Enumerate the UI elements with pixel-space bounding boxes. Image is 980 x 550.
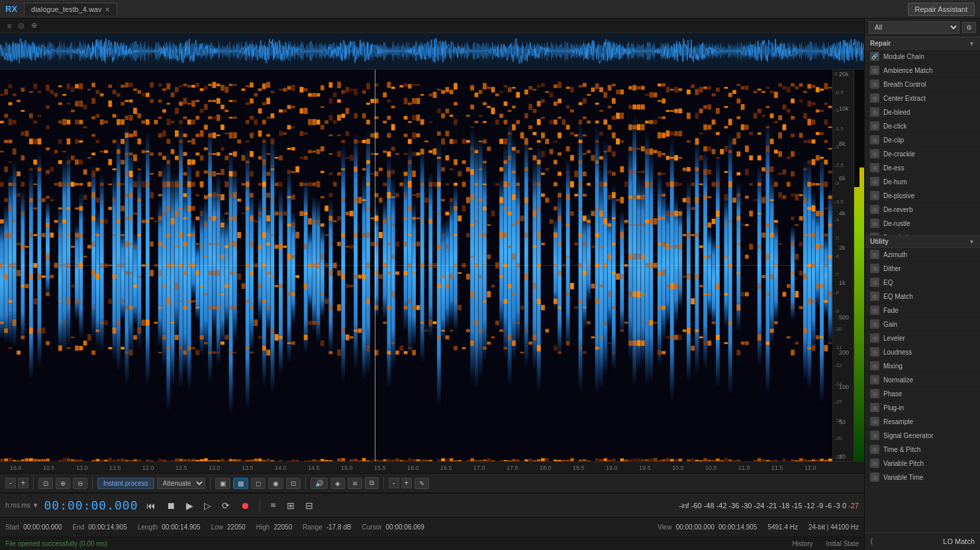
status-bar: File opened successfully (0.00 ms) Histo… (0, 537, 864, 550)
toolbar-magic-wand-btn[interactable]: ⊡ (286, 478, 301, 489)
de-clip-icon: ◎ (870, 135, 879, 144)
module-azimuth[interactable]: ◎ Azimuth (865, 248, 980, 262)
expand-collapse-btn[interactable]: ⟨ (870, 537, 873, 546)
toolbar-spectrogram-btn[interactable]: ◈ (330, 478, 345, 489)
toolbar-sep-2 (92, 477, 93, 489)
toolbar-lasso-btn[interactable]: ◉ (268, 478, 283, 489)
de-bleed-icon: ◎ (870, 107, 879, 117)
de-reverb-label: De-reverb (883, 206, 912, 213)
module-signal-generator[interactable]: ◎ Signal Generator (865, 429, 980, 443)
file-status: File opened successfully (0.00 ms) (5, 540, 107, 547)
center-extract-icon: ◎ (870, 93, 879, 103)
waveform-tool-2[interactable]: ◎ (16, 21, 26, 30)
toolbar-btn-zoom-in[interactable]: ⊕ (56, 478, 70, 489)
play-button[interactable]: ▶ (183, 499, 196, 512)
module-de-bleed[interactable]: ◎ De-bleed (865, 105, 980, 119)
stat-high: High 22050 (256, 523, 292, 531)
module-de-rustle[interactable]: ◎ De-rustle (865, 217, 980, 231)
module-fade[interactable]: ◎ Fade (865, 303, 980, 317)
play-selection-button[interactable]: ▷ (201, 499, 214, 512)
zoom-in-vertical[interactable]: + (401, 478, 412, 488)
module-eq[interactable]: ◎ EQ (865, 276, 980, 290)
transport-bar: h:ms.ms ▼ 00:00:00.000 ⏮ ⏹ ▶ ▷ ⟳ ⏺ ≋ ⊞ ⊟… (0, 493, 864, 517)
module-ambience-match[interactable]: ◎ Ambience Match (865, 64, 980, 78)
spectrogram-wrapper[interactable] (0, 70, 832, 461)
timecode-format[interactable]: h:ms.ms ▼ (5, 502, 38, 509)
module-de-crackle[interactable]: ◎ De-crackle (865, 147, 980, 161)
module-resample[interactable]: ◎ Resample (865, 415, 980, 429)
waveform-view-btn[interactable]: ≋ (268, 500, 279, 511)
module-de-click[interactable]: ◎ De-click (865, 119, 980, 133)
module-de-plosive[interactable]: ◎ De-plosive (865, 189, 980, 203)
module-phase[interactable]: ◎ Phase (865, 387, 980, 401)
go-to-start-button[interactable]: ⏮ (144, 499, 158, 512)
zoom-out-vertical[interactable]: - (389, 478, 399, 488)
instant-process-button[interactable]: Instant process (97, 478, 154, 489)
variable-time-label: Variable Time (883, 474, 923, 481)
toolbar-waveform-btn[interactable]: ≋ (348, 478, 362, 489)
module-mixing[interactable]: ◎ Mixing (865, 359, 980, 373)
zoom-out-horizontal[interactable]: - (5, 478, 16, 488)
module-time-pitch[interactable]: ◎ Time & Pitch (865, 443, 980, 457)
utility-module-list: ◎ Azimuth ◎ Dither ◎ EQ ◎ EQ Match ◎ F (865, 248, 980, 532)
module-plug-in[interactable]: ◎ Plug-in (865, 401, 980, 415)
waveform-tool-3[interactable]: ⊕ (29, 21, 39, 30)
repair-assistant-button[interactable]: Repair Assistant (908, 3, 975, 16)
module-loudness[interactable]: ◎ Loudness (865, 345, 980, 359)
loop-button[interactable]: ⟳ (219, 499, 232, 512)
module-breath-control[interactable]: ◎ Breath Control (865, 78, 980, 91)
toolbar-listen-btn[interactable]: 🔊 (311, 478, 328, 489)
module-chain-label: Module Chain (883, 53, 924, 60)
normalize-icon: ◎ (870, 375, 879, 384)
toolbar-btn-zoom-out[interactable]: ⊖ (73, 478, 87, 489)
module-de-clip[interactable]: ◎ De-clip (865, 133, 980, 147)
toolbar-snap-btn[interactable]: ⧉ (365, 477, 379, 489)
module-eq-match[interactable]: ◎ EQ Match (865, 290, 980, 303)
eq-match-label: EQ Match (883, 293, 912, 300)
waveform-display[interactable] (0, 33, 864, 70)
file-tab[interactable]: dialogue_testb_4.wav ✕ (24, 3, 117, 15)
spectrogram-view-btn[interactable]: ⊞ (284, 499, 297, 512)
module-leveler[interactable]: ◎ Leveler (865, 331, 980, 345)
main-toolbar: - + ⊡ ⊕ ⊖ Instant process Attenuate ▣ ▩ … (0, 473, 864, 493)
module-chain-item[interactable]: 🔗 Module Chain (865, 50, 980, 64)
combined-view-btn[interactable]: ⊟ (303, 499, 316, 512)
repair-section-header[interactable]: Repair ▼ (865, 37, 980, 50)
leveler-icon: ◎ (870, 333, 879, 343)
history-label: History (792, 540, 812, 547)
phase-label: Phase (883, 390, 902, 398)
module-de-ess[interactable]: ◎ De-ess (865, 161, 980, 175)
module-filter-select[interactable]: All (869, 21, 959, 34)
toolbar-more-btn[interactable]: ✎ (415, 478, 429, 489)
stop-button[interactable]: ⏹ (164, 499, 178, 512)
toolbar-btn-zoom-fit[interactable]: ⊡ (38, 478, 53, 489)
stat-sample-rate: 24-bit | 44100 Hz (808, 523, 859, 531)
module-dither[interactable]: ◎ Dither (865, 262, 980, 276)
module-gain[interactable]: ◎ Gain (865, 317, 980, 331)
toolbar-time-select-btn[interactable]: ▩ (233, 478, 248, 489)
toolbar-select-btn[interactable]: ▣ (215, 478, 230, 489)
eq-icon: ◎ (870, 278, 879, 287)
utility-section-header[interactable]: Utility ▼ (865, 235, 980, 248)
attenuate-select[interactable]: Attenuate (157, 478, 205, 489)
tab-close-icon[interactable]: ✕ (105, 6, 110, 13)
module-de-reverb[interactable]: ◎ De-reverb (865, 203, 980, 217)
waveform-tools-bar: ≡ ◎ ⊕ (0, 19, 864, 33)
module-settings-btn[interactable]: ⚙ (962, 22, 976, 33)
stat-freq: 5491.4 Hz (767, 523, 798, 531)
record-button[interactable]: ⏺ (238, 499, 252, 512)
module-de-wind[interactable]: ◎ De-wind (865, 231, 980, 235)
timecode-display: 00:00:00.000 (44, 498, 138, 512)
stat-range: Range -17.8 dB (303, 523, 351, 531)
waveform-tool-1[interactable]: ≡ (5, 21, 13, 30)
de-bleed-label: De-bleed (883, 109, 910, 116)
module-center-extract[interactable]: ◎ Center Extract (865, 91, 980, 105)
zoom-in-horizontal[interactable]: + (18, 478, 28, 488)
module-variable-time[interactable]: ◎ Variable Time (865, 470, 980, 484)
vu-meter (854, 70, 864, 461)
module-normalize[interactable]: ◎ Normalize (865, 373, 980, 387)
leveler-label: Leveler (883, 335, 905, 342)
module-variable-pitch[interactable]: ◎ Variable Pitch (865, 457, 980, 470)
module-de-hum[interactable]: ◎ De-hum (865, 175, 980, 189)
toolbar-freq-select-btn[interactable]: ◻ (251, 478, 266, 489)
